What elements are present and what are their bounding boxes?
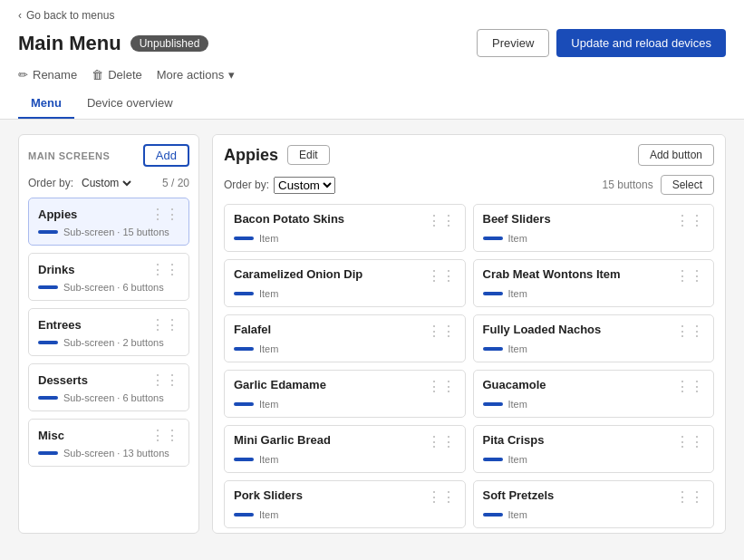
drag-handle-icon: ⋮⋮ bbox=[427, 323, 456, 340]
back-label: Go back to menus bbox=[26, 9, 114, 22]
item-sub-label: Item bbox=[508, 343, 527, 354]
item-bar bbox=[483, 347, 503, 351]
item-card-beef-sliders[interactable]: Beef Sliders ⋮⋮ Item bbox=[473, 204, 715, 252]
buttons-count: 15 buttons bbox=[603, 179, 653, 191]
screen-card-appies[interactable]: Appies ⋮⋮ Sub-screen · 15 buttons bbox=[28, 198, 189, 246]
card-bar bbox=[38, 230, 58, 234]
item-bar bbox=[234, 347, 254, 351]
item-name: Bacon Potato Skins bbox=[234, 212, 344, 226]
screen-card-entrees[interactable]: Entrees ⋮⋮ Sub-screen · 2 buttons bbox=[28, 308, 189, 356]
item-sub-label: Item bbox=[508, 233, 527, 244]
rename-label: Rename bbox=[33, 68, 77, 82]
item-name: Beef Sliders bbox=[483, 212, 551, 226]
delete-label: Delete bbox=[108, 68, 142, 82]
left-panel: MAIN SCREENS Add Order by: Custom 5 / 20… bbox=[18, 134, 199, 534]
drag-handle-icon: ⋮⋮ bbox=[427, 378, 456, 395]
item-card-crab-meat-wontons-item[interactable]: Crab Meat Wontons Item ⋮⋮ Item bbox=[473, 259, 715, 307]
item-card-soft-pretzels[interactable]: Soft Pretzels ⋮⋮ Item bbox=[473, 480, 715, 528]
update-button[interactable]: Update and reload devices bbox=[556, 29, 726, 57]
order-label-right: Order by: bbox=[224, 179, 269, 191]
item-name: Pita Crisps bbox=[483, 433, 545, 447]
item-name: Soft Pretzels bbox=[483, 488, 555, 502]
item-card-fully-loaded-nachos[interactable]: Fully Loaded Nachos ⋮⋮ Item bbox=[473, 314, 715, 362]
screen-card-name: Appies bbox=[38, 208, 77, 221]
right-order-left: Order by: Custom bbox=[224, 177, 335, 194]
item-card-mini-garlic-bread[interactable]: Mini Garlic Bread ⋮⋮ Item bbox=[224, 425, 466, 473]
drag-handle-icon: ⋮⋮ bbox=[427, 433, 456, 450]
back-link[interactable]: ‹ Go back to menus bbox=[18, 9, 726, 22]
preview-button[interactable]: Preview bbox=[477, 29, 549, 57]
item-card-bacon-potato-skins[interactable]: Bacon Potato Skins ⋮⋮ Item bbox=[224, 204, 466, 252]
status-badge: Unpublished bbox=[130, 35, 209, 52]
item-card-pita-crisps[interactable]: Pita Crisps ⋮⋮ Item bbox=[473, 425, 715, 473]
item-card-garlic-edamame[interactable]: Garlic Edamame ⋮⋮ Item bbox=[224, 370, 466, 418]
screen-card-sub: Sub-screen · 2 buttons bbox=[63, 337, 164, 348]
more-actions-action[interactable]: More actions ▾ bbox=[157, 68, 235, 82]
drag-handle-icon: ⋮⋮ bbox=[150, 372, 179, 389]
card-bar bbox=[38, 285, 58, 289]
item-name: Caramelized Onion Dip bbox=[234, 267, 362, 281]
header-right: Preview Update and reload devices bbox=[477, 29, 726, 57]
item-bar bbox=[234, 458, 254, 461]
item-bar bbox=[483, 237, 503, 240]
item-name: Pork Sliders bbox=[234, 488, 303, 502]
drag-handle-icon: ⋮⋮ bbox=[150, 261, 179, 278]
item-bar bbox=[234, 402, 254, 406]
tab-device-overview[interactable]: Device overview bbox=[74, 89, 186, 119]
item-bar bbox=[483, 458, 503, 461]
page-title: Main Menu bbox=[18, 32, 121, 55]
main-content: MAIN SCREENS Add Order by: Custom 5 / 20… bbox=[0, 120, 744, 548]
trash-icon: 🗑 bbox=[92, 68, 103, 82]
drag-handle-icon: ⋮⋮ bbox=[675, 433, 704, 450]
card-bar bbox=[38, 451, 58, 455]
top-bar: ‹ Go back to menus Main Menu Unpublished… bbox=[0, 0, 744, 120]
drag-handle-icon: ⋮⋮ bbox=[675, 323, 704, 340]
item-bar bbox=[483, 513, 503, 517]
order-label-left: Order by: bbox=[28, 177, 73, 189]
drag-handle-icon: ⋮⋮ bbox=[427, 488, 456, 506]
delete-action[interactable]: 🗑 Delete bbox=[92, 68, 142, 82]
header-left: Main Menu Unpublished bbox=[18, 32, 208, 55]
order-select-left[interactable]: Custom bbox=[78, 176, 134, 190]
more-actions-label: More actions bbox=[157, 68, 224, 82]
header-row: Main Menu Unpublished Preview Update and… bbox=[18, 29, 726, 57]
select-button[interactable]: Select bbox=[661, 175, 714, 195]
screen-card-misc[interactable]: Misc ⋮⋮ Sub-screen · 13 buttons bbox=[28, 419, 189, 467]
item-sub-label: Item bbox=[259, 233, 278, 244]
edit-button[interactable]: Edit bbox=[287, 145, 330, 165]
screens-count: 5 / 20 bbox=[162, 177, 189, 189]
chevron-down-icon: ▾ bbox=[228, 68, 235, 82]
drag-handle-icon: ⋮⋮ bbox=[675, 488, 704, 506]
item-card-falafel[interactable]: Falafel ⋮⋮ Item bbox=[224, 314, 466, 362]
order-row-left: Order by: Custom 5 / 20 bbox=[28, 176, 189, 190]
action-bar: ✏ Rename 🗑 Delete More actions ▾ bbox=[18, 64, 726, 89]
item-bar bbox=[483, 402, 503, 406]
panel-header: MAIN SCREENS Add bbox=[28, 144, 189, 167]
order-select-right[interactable]: Custom bbox=[274, 177, 335, 194]
item-bar bbox=[234, 237, 254, 240]
item-sub-label: Item bbox=[508, 399, 527, 410]
item-card-caramelized-onion-dip[interactable]: Caramelized Onion Dip ⋮⋮ Item bbox=[224, 259, 466, 307]
item-name: Fully Loaded Nachos bbox=[483, 323, 602, 336]
drag-handle-icon: ⋮⋮ bbox=[675, 212, 704, 229]
item-card-guacamole[interactable]: Guacamole ⋮⋮ Item bbox=[473, 370, 715, 418]
screen-card-sub: Sub-screen · 6 buttons bbox=[63, 282, 164, 293]
rename-action[interactable]: ✏ Rename bbox=[18, 68, 77, 82]
item-sub-label: Item bbox=[259, 454, 278, 465]
screen-card-drinks[interactable]: Drinks ⋮⋮ Sub-screen · 6 buttons bbox=[28, 253, 189, 301]
screen-card-name: Misc bbox=[38, 429, 64, 442]
drag-handle-icon: ⋮⋮ bbox=[675, 378, 704, 395]
add-button-btn[interactable]: Add button bbox=[638, 144, 714, 166]
drag-handle-icon: ⋮⋮ bbox=[675, 267, 704, 285]
tab-menu[interactable]: Menu bbox=[18, 89, 74, 119]
screen-card-name: Drinks bbox=[38, 263, 74, 276]
item-sub-label: Item bbox=[508, 454, 527, 465]
screen-card-desserts[interactable]: Desserts ⋮⋮ Sub-screen · 6 buttons bbox=[28, 363, 189, 411]
pencil-icon: ✏ bbox=[18, 68, 28, 82]
right-order-right: 15 buttons Select bbox=[603, 175, 714, 195]
add-screen-button[interactable]: Add bbox=[143, 144, 189, 167]
item-card-pork-sliders[interactable]: Pork Sliders ⋮⋮ Item bbox=[224, 480, 466, 528]
item-sub-label: Item bbox=[259, 288, 278, 299]
item-sub-label: Item bbox=[508, 509, 527, 520]
items-grid: Bacon Potato Skins ⋮⋮ Item Beef Sliders … bbox=[224, 204, 714, 528]
